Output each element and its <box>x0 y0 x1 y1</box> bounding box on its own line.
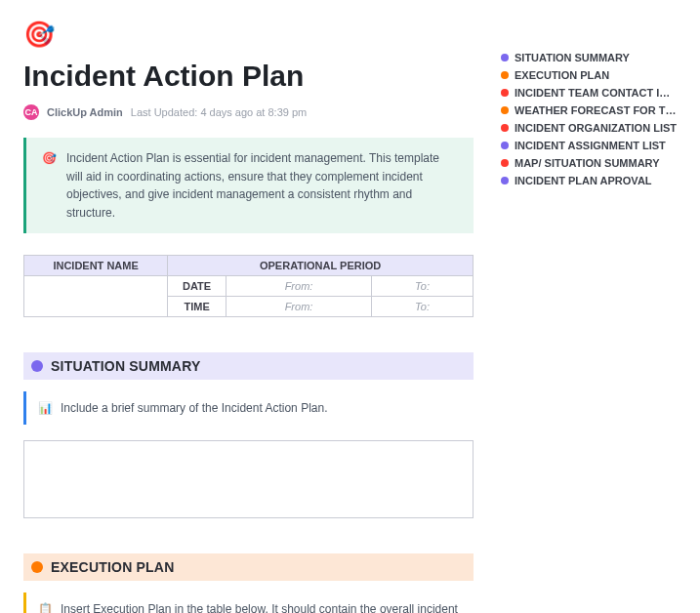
heading-execution: EXECUTION PLAN <box>51 559 174 575</box>
intro-callout: 🎯 Incident Action Plan is essential for … <box>23 138 474 233</box>
dot-icon <box>501 142 509 149</box>
date-to[interactable]: To: <box>372 276 474 297</box>
date-label: DATE <box>168 276 226 297</box>
dot-icon <box>501 159 509 167</box>
toc-item[interactable]: INCIDENT ASSIGNMENT LIST <box>501 137 677 154</box>
toc-item[interactable]: MAP/ SITUATION SUMMARY <box>501 154 677 172</box>
time-to[interactable]: To: <box>372 297 474 317</box>
dot-icon <box>501 124 509 132</box>
dot-icon <box>501 177 509 184</box>
chart-icon: 📊 <box>38 399 53 417</box>
toc-item[interactable]: INCIDENT ORGANIZATION LIST <box>501 119 677 137</box>
time-from[interactable]: From: <box>226 297 371 317</box>
situation-note-text: Include a brief summary of the Incident … <box>61 399 327 417</box>
section-header-execution: EXECUTION PLAN <box>23 553 474 581</box>
page-title: Incident Action Plan <box>23 60 474 93</box>
byline: CA ClickUp Admin Last Updated: 4 days ag… <box>23 104 474 120</box>
author-name: ClickUp Admin <box>47 106 123 118</box>
target-icon: 🎯 <box>23 20 55 50</box>
toc-item[interactable]: SITUATION SUMMARY <box>501 49 677 66</box>
avatar: CA <box>23 104 39 120</box>
col-incident-name: INCIDENT NAME <box>24 256 168 276</box>
last-updated: Last Updated: 4 days ago at 8:39 pm <box>131 106 307 118</box>
col-operational-period: OPERATIONAL PERIOD <box>168 256 474 276</box>
heading-situation: SITUATION SUMMARY <box>51 358 201 374</box>
toc-item[interactable]: INCIDENT PLAN APROVAL <box>501 172 677 189</box>
dot-icon <box>31 360 43 372</box>
toc-label: EXECUTION PLAN <box>515 69 609 81</box>
toc-label: INCIDENT ORGANIZATION LIST <box>515 122 677 134</box>
toc-item[interactable]: WEATHER FORECAST FOR THE OPE... <box>501 102 677 119</box>
toc-label: WEATHER FORECAST FOR THE OPE... <box>515 104 677 116</box>
incident-table: INCIDENT NAME OPERATIONAL PERIOD DATE Fr… <box>23 255 474 317</box>
dot-icon <box>501 71 509 79</box>
toc-label: SITUATION SUMMARY <box>515 52 630 63</box>
dot-icon <box>501 106 509 114</box>
dot-icon <box>501 54 509 61</box>
execution-note-text: Insert Execution Plan in the table below… <box>61 600 462 613</box>
section-header-situation: SITUATION SUMMARY <box>23 352 474 380</box>
intro-text: Incident Action Plan is essential for in… <box>66 149 458 222</box>
time-label: TIME <box>168 297 226 317</box>
target-icon: 🎯 <box>42 149 57 168</box>
toc-label: INCIDENT PLAN APROVAL <box>515 175 652 186</box>
toc-item[interactable]: EXECUTION PLAN <box>501 66 677 84</box>
incident-name-cell[interactable] <box>24 276 168 317</box>
toc-sidebar: SITUATION SUMMARYEXECUTION PLANINCIDENT … <box>501 20 677 189</box>
execution-note: 📋 Insert Execution Plan in the table bel… <box>23 593 474 613</box>
date-from[interactable]: From: <box>226 276 371 297</box>
toc-label: INCIDENT ASSIGNMENT LIST <box>515 140 666 151</box>
dot-icon <box>31 561 43 573</box>
main-content: 🎯 Incident Action Plan CA ClickUp Admin … <box>23 20 474 613</box>
toc-label: INCIDENT TEAM CONTACT INFOR... <box>515 87 677 99</box>
situation-note: 📊 Include a brief summary of the Inciden… <box>23 391 474 425</box>
toc-label: MAP/ SITUATION SUMMARY <box>515 157 660 169</box>
toc-item[interactable]: INCIDENT TEAM CONTACT INFOR... <box>501 84 677 102</box>
dot-icon <box>501 89 509 97</box>
situation-content-box[interactable] <box>23 440 474 518</box>
clipboard-icon: 📋 <box>38 600 53 613</box>
